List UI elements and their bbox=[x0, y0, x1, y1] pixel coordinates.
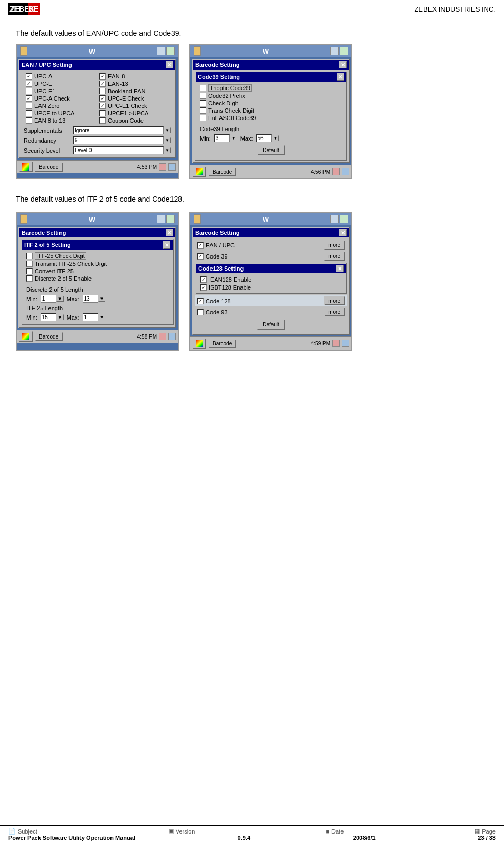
cb-upc-a-check: UPC-A Check bbox=[24, 95, 97, 102]
code128-default-btn[interactable]: Default bbox=[257, 320, 285, 330]
cb-ean8-13: EAN 8 to 13 bbox=[24, 117, 97, 124]
cb-upc-e-check-box[interactable] bbox=[99, 95, 106, 102]
cb-main-code39-box[interactable] bbox=[197, 253, 204, 260]
section1-title: The default values of EAN/UPC code and C… bbox=[16, 29, 488, 37]
ce-w-icon: W bbox=[89, 47, 95, 55]
discrete-min-arrow[interactable]: ▼ bbox=[56, 296, 64, 302]
code39-screenshot: W Barcode Setting ✕ Code39 Setting ✕ bbox=[189, 44, 352, 179]
code39-start-btn[interactable] bbox=[193, 166, 206, 177]
cb-upc-a-check-box[interactable] bbox=[26, 95, 32, 102]
cb-main-code128-box[interactable] bbox=[197, 298, 204, 304]
cb-upc-e-box[interactable] bbox=[26, 81, 32, 87]
cb-main-ean-box[interactable] bbox=[197, 242, 204, 249]
code128-subdialog: Code128 Setting ✕ EAN128 Enable ISBT128 … bbox=[195, 263, 347, 294]
footer-labels: 📄 Subject ▣ Version ■ Date ▦ Page bbox=[8, 828, 496, 835]
more-btn-code93[interactable]: more bbox=[324, 308, 345, 316]
ce-right-icons2 bbox=[330, 47, 348, 55]
cb-isbt128-box[interactable] bbox=[200, 284, 207, 291]
main-row-code93: Code 93 more bbox=[195, 306, 347, 318]
itf25-max-dropdown[interactable]: 1 ▼ bbox=[83, 313, 106, 321]
section2-title: The default values of ITF 2 of 5 code an… bbox=[16, 195, 488, 203]
cb-convert-itf25-box[interactable] bbox=[26, 268, 33, 274]
cb-upc-e1-box[interactable] bbox=[26, 88, 32, 94]
code128-barcode-btn[interactable]: Barcode bbox=[208, 339, 236, 348]
itf25-length-row: Min: 15 ▼ Max: 1 ▼ bbox=[24, 312, 170, 322]
discrete-max-arrow[interactable]: ▼ bbox=[98, 296, 106, 302]
code128-parent-close[interactable]: ✕ bbox=[339, 229, 347, 236]
discrete-max-dropdown[interactable]: 13 ▼ bbox=[83, 295, 106, 303]
code39-min-dropdown[interactable]: 3 ▼ bbox=[214, 134, 237, 142]
itf-body: ITF-25 Check Digit Transmit ITF-25 Check… bbox=[22, 250, 173, 324]
code39-max-arrow[interactable]: ▼ bbox=[272, 135, 279, 141]
security-dropdown[interactable]: Level 0 ▼ bbox=[73, 146, 171, 154]
ean-close-btn[interactable]: ✕ bbox=[166, 61, 173, 68]
itf-parent-close[interactable]: ✕ bbox=[166, 229, 173, 236]
cb-upc-e-check: UPC-E Check bbox=[97, 95, 171, 102]
cb-itf25-check-box[interactable] bbox=[26, 253, 33, 259]
redundancy-arrow[interactable]: ▼ bbox=[164, 137, 171, 143]
cb-check-digit-box[interactable] bbox=[200, 100, 206, 106]
page-icon: ▦ bbox=[475, 828, 480, 835]
more-btn-code128[interactable]: more bbox=[324, 296, 345, 305]
code39-close-btn[interactable]: ✕ bbox=[337, 73, 344, 81]
barcode-close-btn[interactable]: ✕ bbox=[339, 61, 347, 68]
code39-default-btn[interactable]: Default bbox=[257, 145, 285, 155]
security-arrow[interactable]: ▼ bbox=[164, 147, 171, 153]
redundancy-dropdown[interactable]: 9 ▼ bbox=[73, 136, 171, 144]
cb-main-code93-box[interactable] bbox=[197, 309, 204, 315]
cb-upc-e1-check-box[interactable] bbox=[99, 103, 106, 109]
cb-trans-check-box[interactable] bbox=[200, 107, 206, 114]
supplementals-arrow[interactable]: ▼ bbox=[164, 127, 171, 133]
code128-start-btn[interactable] bbox=[193, 338, 206, 349]
cb-upce1-upca-box[interactable] bbox=[99, 110, 106, 116]
cb-full-ascii-box[interactable] bbox=[200, 115, 206, 121]
ean-barcode-btn[interactable]: Barcode bbox=[35, 163, 63, 172]
code39-barcode-btn[interactable]: Barcode bbox=[208, 167, 236, 176]
code39-subdialog: Code39 Setting ✕ Trioptic Code39 Code32 … bbox=[195, 71, 347, 161]
cb-ean8-box[interactable] bbox=[99, 73, 106, 80]
supplementals-dropdown[interactable]: Ignore ▼ bbox=[73, 126, 171, 134]
security-row: Security Level Level 0 ▼ bbox=[22, 145, 173, 155]
code39-taskbar: Barcode 4:56 PM bbox=[190, 165, 351, 178]
cb-trioptic-box[interactable] bbox=[200, 85, 206, 91]
cb-coupon-box[interactable] bbox=[99, 117, 106, 124]
code39-min-arrow[interactable]: ▼ bbox=[230, 135, 237, 141]
itf-close-btn[interactable]: ✕ bbox=[163, 241, 170, 249]
code39-max-dropdown[interactable]: 56 ▼ bbox=[256, 134, 279, 142]
ce-icon4 bbox=[340, 47, 348, 55]
more-btn-ean[interactable]: more bbox=[324, 241, 345, 250]
cb-ean-zero-box[interactable] bbox=[26, 103, 32, 109]
footer-subject-value: Power Pack Software Utility Operation Ma… bbox=[8, 835, 135, 841]
cb-ean128-box[interactable] bbox=[200, 276, 207, 283]
cb-trioptic: Trioptic Code39 bbox=[198, 84, 344, 92]
code39-length-label: Code39 Length bbox=[198, 125, 344, 133]
cb-transmit-itf25-box[interactable] bbox=[26, 261, 33, 267]
ean-icon2 bbox=[168, 163, 176, 171]
ean-upc-dialog: EAN / UPC Setting ✕ UPC-A EAN-8 bbox=[18, 59, 176, 158]
cb-ean13-box[interactable] bbox=[99, 81, 106, 87]
itf-barcode-btn[interactable]: Barcode bbox=[35, 332, 63, 341]
cb-bookland-box[interactable] bbox=[99, 88, 106, 94]
code128-clock: 4:59 PM bbox=[311, 341, 330, 346]
code39-subdialog-title: Code39 Setting ✕ bbox=[196, 72, 346, 82]
itf25-min-arrow[interactable]: ▼ bbox=[56, 314, 64, 320]
itf25-min-dropdown[interactable]: 15 ▼ bbox=[41, 313, 64, 321]
discrete-min-dropdown[interactable]: 1 ▼ bbox=[41, 295, 64, 303]
cb-ean8-13-box[interactable] bbox=[26, 117, 32, 124]
footer-version-value: 0.9.4 bbox=[238, 835, 250, 841]
cb-code32-box[interactable] bbox=[200, 93, 206, 99]
cb-upc-a-box[interactable] bbox=[26, 73, 32, 80]
itf-start-btn[interactable] bbox=[19, 331, 33, 342]
cb-discrete25-box[interactable] bbox=[26, 275, 33, 282]
ean-start-btn[interactable] bbox=[19, 162, 33, 172]
footer-subject-col: 📄 Subject bbox=[8, 828, 37, 835]
main-row-code128: Code 128 more bbox=[195, 295, 347, 306]
footer: 📄 Subject ▣ Version ■ Date ▦ Page Power … bbox=[0, 825, 504, 843]
code128-close-btn[interactable]: ✕ bbox=[336, 265, 344, 272]
itf25-max-arrow[interactable]: ▼ bbox=[98, 314, 106, 320]
svg-text:ZEBEX: ZEBEX bbox=[9, 5, 34, 13]
cb-upc-e: UPC-E bbox=[24, 80, 97, 87]
cb-upce-upca-box[interactable] bbox=[26, 110, 32, 116]
cb-ean-zero: EAN Zero bbox=[24, 102, 97, 110]
more-btn-code39[interactable]: more bbox=[324, 252, 345, 261]
